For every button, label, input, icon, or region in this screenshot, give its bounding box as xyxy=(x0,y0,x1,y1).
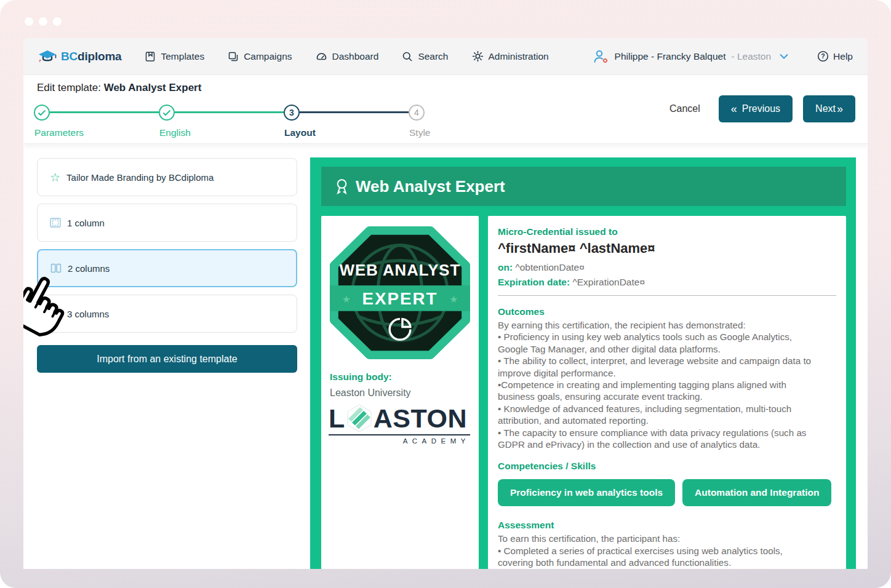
assessment-text: To earn this certification, the particip… xyxy=(498,533,836,569)
svg-text:★: ★ xyxy=(449,293,458,305)
nav-item-templates[interactable]: Templates xyxy=(145,51,204,62)
stepper-connector xyxy=(175,111,284,113)
step-english[interactable]: English xyxy=(159,105,175,121)
nav-item-administration[interactable]: Administration xyxy=(472,50,549,62)
option-label: Tailor Made Branding by BCdiploma xyxy=(66,172,214,183)
option-label: 1 column xyxy=(67,218,105,228)
template-name: Web Analyst Expert xyxy=(104,82,202,93)
desktop-background: BCdiploma Templates Ca xyxy=(0,0,891,588)
step-check-icon xyxy=(34,105,50,121)
question-circle-icon: ? xyxy=(817,50,829,62)
certificate-right-column: Micro-Credential issued to ^firstName¤ ^… xyxy=(488,216,846,569)
assessment-title: Assessment xyxy=(498,520,836,531)
svg-text:★: ★ xyxy=(342,293,351,305)
cancel-button[interactable]: Cancel xyxy=(669,103,700,114)
expiration-date-placeholder: ^ExpirationDate¤ xyxy=(572,277,645,287)
campaigns-icon xyxy=(228,51,239,62)
option-3-columns[interactable]: 3 columns xyxy=(37,295,297,333)
logo-academy: ACADEMY xyxy=(329,437,470,445)
window-dot[interactable] xyxy=(53,17,62,26)
nav-item-search[interactable]: Search xyxy=(402,51,448,62)
import-template-button[interactable]: Import from an existing template xyxy=(37,345,297,373)
main-content: ☆ Tailor Made Branding by BCdiploma 1 co… xyxy=(23,144,868,569)
chevron-down-icon xyxy=(779,53,789,60)
nav-item-dashboard[interactable]: Dashboard xyxy=(316,51,379,62)
header-actions: Cancel « Previous Next » xyxy=(669,95,855,122)
expiration-date-row: Expiration date: ^ExpirationDate¤ xyxy=(498,277,836,288)
star-icon: ☆ xyxy=(50,172,60,183)
outcomes-line: business goals, ensuring accurate event … xyxy=(498,391,836,402)
option-label: 3 columns xyxy=(67,309,109,319)
step-label: Style xyxy=(409,127,430,138)
award-medal-icon xyxy=(334,178,350,195)
outcomes-line: • The capacity to ensure compliance with… xyxy=(498,427,836,439)
previous-button[interactable]: « Previous xyxy=(719,95,793,122)
gear-icon xyxy=(472,50,484,62)
option-label: 2 columns xyxy=(68,263,110,274)
recipient-placeholder: ^firstName¤ ^lastName¤ xyxy=(498,240,836,256)
leaston-academy-logo: L xyxy=(329,403,470,445)
step-layout[interactable]: 3 Layout xyxy=(284,105,300,121)
svg-text:?: ? xyxy=(821,52,825,60)
step-parameters[interactable]: Parameters xyxy=(34,105,50,121)
outcomes-title: Outcomes xyxy=(498,306,836,317)
step-check-icon xyxy=(159,105,175,121)
competencies-title: Competencies / Skills xyxy=(498,461,836,472)
obtention-date-row: on: ^obtentionDate¤ xyxy=(498,262,836,273)
help-button[interactable]: ? Help xyxy=(817,50,853,62)
certificate-title-band: Web Analyst Expert xyxy=(321,167,846,206)
window-dot[interactable] xyxy=(25,17,33,26)
outcomes-line: GDPR and ePrivacy) in the collection and… xyxy=(498,439,836,450)
issuing-body-name: Leaston University xyxy=(330,387,479,399)
help-label: Help xyxy=(833,51,853,62)
option-1-column[interactable]: 1 column xyxy=(37,204,297,242)
obtention-date-placeholder: ^obtentionDate¤ xyxy=(515,262,584,272)
divider xyxy=(498,295,836,296)
option-tailor-made-branding[interactable]: ☆ Tailor Made Branding by BCdiploma xyxy=(37,158,297,196)
logo-rule xyxy=(329,434,470,435)
step-number: 3 xyxy=(284,105,300,121)
nav-label: Campaigns xyxy=(244,51,292,62)
graduation-cap-icon xyxy=(38,50,57,63)
app-window: BCdiploma Templates Ca xyxy=(23,38,868,569)
step-label: Layout xyxy=(284,127,316,138)
skills-row: Proficiency in web analytics tools Autom… xyxy=(498,479,836,506)
user-org: - Leaston xyxy=(731,51,771,62)
nav-label: Templates xyxy=(161,51,204,62)
user-menu[interactable]: Philippe - Francky Balquet - Leaston xyxy=(593,49,789,64)
stepper-connector xyxy=(300,111,409,113)
certificate-columns: WEB ANALYST EXPERT ★ ★ xyxy=(321,216,846,569)
window-controls[interactable] xyxy=(25,17,62,26)
templates-icon xyxy=(145,51,156,62)
user-name: Philippe - Francky Balquet xyxy=(615,51,726,62)
one-column-icon xyxy=(50,218,61,228)
skill-chip: Automation and Integration xyxy=(682,479,831,506)
layout-options-sidebar: ☆ Tailor Made Branding by BCdiploma 1 co… xyxy=(37,158,297,373)
stepper-connector xyxy=(50,111,159,113)
outcomes-text: By earning this certification, the recip… xyxy=(498,319,836,450)
brand-text: BCdiploma xyxy=(61,50,121,63)
navbar-right: Philippe - Francky Balquet - Leaston ? H… xyxy=(593,49,853,64)
outcomes-line: •Competence in creating and implementing… xyxy=(498,379,836,391)
outcomes-line: By earning this certification, the recip… xyxy=(498,319,836,331)
nav-item-campaigns[interactable]: Campaigns xyxy=(228,51,292,62)
badge-image: WEB ANALYST EXPERT ★ ★ xyxy=(328,224,472,362)
assessment-line: To earn this certification, the particip… xyxy=(498,533,836,544)
step-style[interactable]: 4 Style xyxy=(409,105,425,121)
next-button[interactable]: Next » xyxy=(803,95,855,122)
skill-chip: Proficiency in web analytics tools xyxy=(498,479,675,506)
double-chevron-left-icon: « xyxy=(731,103,737,116)
issued-to-label: Micro-Credential issued to xyxy=(498,226,836,237)
search-icon xyxy=(402,51,413,62)
dashboard-icon xyxy=(316,51,327,62)
window-dot[interactable] xyxy=(39,17,47,26)
edit-header: Edit template: Web Analyst Expert Cancel… xyxy=(23,75,868,144)
nav-label: Search xyxy=(418,51,448,62)
outcomes-line: • The ability to collect, interpret, and… xyxy=(498,355,836,367)
page-title: Edit template: Web Analyst Expert xyxy=(37,82,201,94)
brand-logo[interactable]: BCdiploma xyxy=(38,50,121,63)
logo-wordmark: L xyxy=(329,403,470,433)
outcomes-line: Google Tag Manager, and other digital da… xyxy=(498,343,836,355)
option-2-columns[interactable]: 2 columns xyxy=(37,249,297,287)
nav-label: Dashboard xyxy=(332,51,379,62)
